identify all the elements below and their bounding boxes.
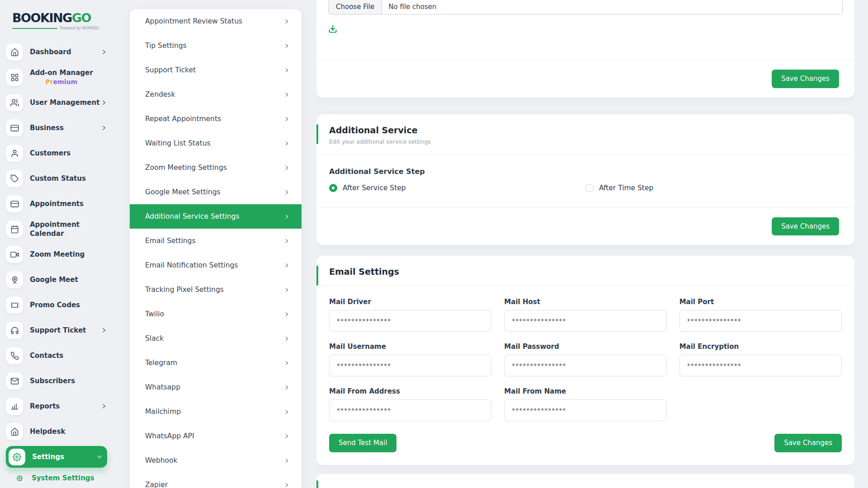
sidebar-item-promo-codes[interactable]: Promo Codes: [6, 292, 107, 318]
settings-submenu-card: Appointment Review StatusTip SettingsSup…: [130, 9, 302, 488]
mail-username-input[interactable]: [329, 355, 491, 376]
sidebar-item-helpdesk[interactable]: Helpdesk: [6, 419, 107, 444]
sidebar-item-dashboard[interactable]: Dashboard: [6, 39, 107, 65]
gear-icon-box: [9, 449, 25, 465]
save-changes-button[interactable]: Save Changes: [772, 217, 839, 236]
sidebar-item-business[interactable]: Business: [6, 115, 107, 141]
radio-after-time-step[interactable]: [585, 184, 594, 192]
submenu-item-tracking-pixel-settings[interactable]: Tracking Pixel Settings: [130, 277, 302, 302]
submenu-item-support-ticket[interactable]: Support Ticket: [130, 58, 302, 82]
submenu-item-google-meet-settings[interactable]: Google Meet Settings: [130, 180, 302, 204]
send-test-mail-button[interactable]: Send Test Mail: [329, 434, 396, 452]
submenu-item-twilio[interactable]: Twilio: [130, 302, 302, 326]
radio-after-service-step[interactable]: [329, 184, 337, 192]
field-label: Mail Driver: [329, 298, 491, 306]
submenu-item-webhook[interactable]: Webhook: [130, 448, 302, 473]
headphones-icon: [10, 326, 19, 335]
accent-bar: [316, 124, 318, 144]
field-mail-encryption: Mail Encryption: [679, 343, 842, 376]
sidebar-item-zoom-meeting[interactable]: Zoom Meeting: [6, 242, 107, 267]
mail-driver-input[interactable]: [329, 310, 491, 332]
sidebar-item-customers[interactable]: Customers: [6, 141, 107, 166]
mail-port-input[interactable]: [679, 310, 842, 332]
radio-option-after-time-step[interactable]: After Time Step: [585, 184, 842, 192]
chevron-right-icon: [101, 327, 107, 333]
powered-by-text: Powered by WORKDO: [60, 26, 99, 30]
sidebar-item-appointment-calendar[interactable]: Appointment Calendar: [6, 216, 107, 242]
submenu-item-zapier[interactable]: Zapier: [130, 473, 302, 488]
users-icon: [10, 99, 19, 107]
home-icon-box: [6, 423, 23, 440]
chevron-right-icon: [284, 458, 290, 464]
field-label: Mail Encryption: [679, 343, 842, 351]
mail-from-address-input[interactable]: [329, 399, 491, 421]
field-mail-driver: Mail Driver: [329, 298, 491, 332]
email-settings-header: Email Settings: [316, 256, 854, 286]
logo-bar: [12, 28, 57, 29]
submenu-item-email-settings[interactable]: Email Settings: [130, 229, 302, 253]
headphones-icon-box: [6, 322, 23, 339]
mail-encryption-input[interactable]: [679, 355, 842, 376]
sidebar-item-add-on-manager[interactable]: Add-on ManagerPremium: [6, 65, 107, 90]
submenu-item-zoom-meeting-settings[interactable]: Zoom Meeting Settings: [130, 155, 302, 180]
credit-card-icon: [10, 124, 19, 132]
submenu-item-whatsapp-api[interactable]: WhatsApp API: [130, 424, 302, 448]
sidebar-item-label: Appointments: [30, 199, 84, 208]
sidebar-item-appointments[interactable]: Appointments: [6, 191, 107, 216]
sidebar-item-label: Promo Codes: [30, 300, 80, 310]
sidebar-nav: DashboardAdd-on ManagerPremiumUser Manag…: [6, 39, 107, 468]
sidebar-item-reports[interactable]: Reports: [6, 394, 107, 419]
submenu-item-mailchimp[interactable]: Mailchimp: [130, 399, 302, 424]
sidebar: BOOKINGGO Powered by WORKDO DashboardAdd…: [0, 0, 113, 488]
sidebar-item-support-ticket[interactable]: Support Ticket: [6, 318, 107, 343]
field-label: Mail Port: [679, 298, 842, 306]
sidebar-item-user-management[interactable]: User Management: [6, 90, 107, 115]
chevron-right-icon: [284, 67, 290, 73]
submenu-item-appointment-review-status[interactable]: Appointment Review Status: [130, 9, 302, 33]
video-icon-box: [6, 246, 23, 263]
upload-card: Choose File No file chosen Save Changes: [316, 0, 854, 98]
choose-file-button[interactable]: Choose File: [329, 0, 382, 14]
video-icon: [10, 250, 19, 259]
field-label: Mail Password: [504, 343, 666, 351]
submenu-item-zendesk[interactable]: Zendesk: [130, 82, 302, 107]
field-label: Mail Username: [329, 343, 491, 351]
sidebar-item-subscribers[interactable]: Subscribers: [6, 368, 107, 394]
sidebar-footer-link-label: System Settings: [32, 474, 94, 482]
chevron-down-icon: [96, 454, 103, 460]
webcam-icon: [10, 276, 19, 284]
sidebar-item-label: Google Meet: [30, 275, 78, 284]
chevron-right-icon: [284, 92, 290, 98]
download-icon[interactable]: [328, 24, 337, 33]
chevron-right-icon: [284, 385, 290, 390]
submenu-item-label: Zoom Meeting Settings: [145, 164, 227, 172]
submenu-item-repeat-appointments[interactable]: Repeat Appointments: [130, 107, 302, 131]
submenu-item-telegram[interactable]: Telegram: [130, 351, 302, 375]
sidebar-item-custom-status[interactable]: Custom Status: [6, 166, 107, 191]
chevron-right-icon: [284, 409, 290, 415]
submenu-item-waiting-list-status[interactable]: Waiting List Status: [130, 131, 302, 155]
sidebar-item-system-settings[interactable]: System Settings: [17, 474, 107, 482]
save-changes-button[interactable]: Save Changes: [772, 70, 839, 88]
sidebar-item-contacts[interactable]: Contacts: [6, 343, 107, 368]
chevron-right-icon: [101, 49, 107, 55]
sidebar-item-google-meet[interactable]: Google Meet: [6, 267, 107, 292]
home-icon: [10, 427, 19, 436]
submenu-item-whatsapp[interactable]: Whatsapp: [130, 375, 302, 399]
sidebar-item-label: Zoom Meeting: [30, 250, 85, 259]
mail-host-input[interactable]: [504, 310, 666, 332]
chevron-right-icon: [284, 116, 290, 122]
file-input[interactable]: Choose File No file chosen: [328, 0, 843, 14]
submenu-item-additional-service-settings[interactable]: Additional Service Settings: [130, 204, 302, 229]
radio-option-after-service-step[interactable]: After Service Step: [329, 184, 585, 192]
brand-logo[interactable]: BOOKINGGO Powered by WORKDO: [6, 0, 99, 30]
gear-icon: [13, 453, 21, 461]
submenu-item-slack[interactable]: Slack: [130, 326, 302, 351]
save-changes-button[interactable]: Save Changes: [774, 434, 842, 452]
sidebar-item-settings[interactable]: Settings: [6, 446, 107, 468]
submenu-item-email-notification-settings[interactable]: Email Notification Settings: [130, 253, 302, 277]
app-root: BOOKINGGO Powered by WORKDO DashboardAdd…: [0, 0, 868, 488]
mail-from-name-input[interactable]: [504, 399, 666, 421]
mail-password-input[interactable]: [504, 355, 666, 376]
submenu-item-tip-settings[interactable]: Tip Settings: [130, 33, 302, 58]
